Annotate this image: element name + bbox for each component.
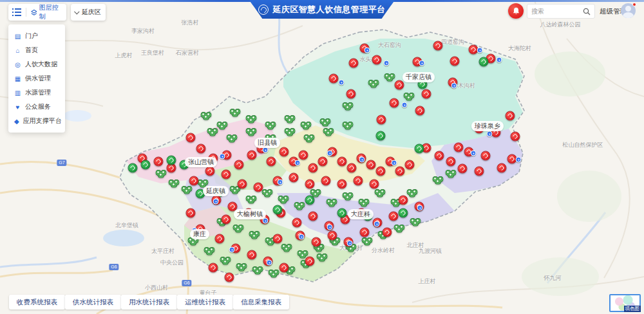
station-alert-marker[interactable] (497, 163, 507, 173)
station-alert-marker[interactable] (346, 89, 356, 99)
search-icon[interactable] (583, 8, 591, 15)
station-alert-marker[interactable] (234, 160, 244, 170)
station-normal-marker[interactable] (128, 163, 138, 173)
station-alert-marker[interactable] (328, 231, 337, 241)
device-marker[interactable] (299, 234, 305, 240)
station-alert-marker[interactable] (318, 157, 328, 167)
station-alert-marker[interactable] (458, 164, 468, 174)
station-alert-marker[interactable] (189, 176, 199, 186)
village-group-marker[interactable] (433, 176, 444, 185)
device-marker[interactable] (347, 241, 353, 246)
station-normal-marker[interactable] (167, 156, 176, 165)
station-normal-marker[interactable] (376, 131, 386, 141)
device-marker[interactable] (402, 102, 408, 108)
station-alert-marker[interactable] (446, 157, 456, 167)
village-group-marker[interactable] (230, 109, 241, 117)
device-marker[interactable] (392, 160, 397, 166)
report-button-5[interactable]: 信息采集报表 (233, 295, 289, 309)
device-marker[interactable] (327, 225, 333, 230)
station-alert-marker[interactable] (238, 180, 247, 189)
station-alert-marker[interactable] (292, 218, 302, 228)
device-marker[interactable] (419, 60, 425, 66)
station-alert-marker[interactable] (337, 157, 347, 167)
village-group-marker[interactable] (343, 102, 354, 111)
village-group-marker[interactable] (220, 257, 231, 265)
station-alert-marker[interactable] (347, 163, 357, 173)
station-alert-marker[interactable] (370, 180, 379, 189)
station-alert-marker[interactable] (366, 160, 376, 170)
station-alert-marker[interactable] (376, 167, 386, 176)
station-alert-marker[interactable] (154, 157, 164, 167)
menu-item-portal[interactable]: ▤门户 (8, 29, 65, 43)
station-alert-marker[interactable] (305, 180, 315, 189)
station-alert-marker[interactable] (372, 55, 382, 65)
station-alert-marker[interactable] (395, 167, 405, 176)
station-alert-marker[interactable] (435, 151, 444, 161)
village-group-marker[interactable] (343, 122, 354, 130)
search-input[interactable] (527, 8, 583, 15)
station-alert-marker[interactable] (450, 57, 460, 66)
report-button-4[interactable]: 运维统计报表 (177, 295, 233, 309)
village-group-marker[interactable] (246, 196, 257, 204)
station-alert-marker[interactable] (321, 176, 331, 186)
station-alert-marker[interactable] (299, 151, 308, 160)
device-marker[interactable] (267, 260, 272, 266)
device-marker[interactable] (327, 151, 333, 156)
menu-item-home[interactable]: ⌂首页 (8, 43, 65, 57)
station-alert-marker[interactable] (196, 144, 206, 154)
station-alert-marker[interactable] (475, 167, 484, 176)
village-group-marker[interactable] (368, 80, 379, 88)
station-alert-marker[interactable] (354, 176, 363, 186)
device-marker[interactable] (365, 48, 370, 53)
village-group-marker[interactable] (410, 218, 421, 226)
village-group-marker[interactable] (404, 93, 415, 101)
station-alert-marker[interactable] (222, 215, 231, 225)
village-group-marker[interactable] (384, 73, 395, 82)
village-group-marker[interactable] (252, 266, 263, 275)
station-alert-marker[interactable] (254, 183, 263, 192)
village-group-marker[interactable] (317, 254, 328, 262)
village-group-marker[interactable] (265, 122, 276, 130)
minimap-toggle[interactable]: 填色图 (609, 294, 641, 312)
village-group-marker[interactable] (233, 225, 244, 233)
station-alert-marker[interactable] (312, 237, 321, 247)
station-alert-marker[interactable] (215, 234, 225, 244)
station-alert-marker[interactable] (329, 74, 339, 84)
station-alert-marker[interactable] (205, 167, 215, 176)
station-alert-marker[interactable] (399, 196, 408, 205)
village-group-marker[interactable] (204, 247, 215, 255)
station-alert-marker[interactable] (389, 212, 399, 221)
alarm-button[interactable] (508, 3, 524, 19)
report-button-2[interactable]: 供水统计报表 (65, 295, 121, 309)
station-normal-marker[interactable] (415, 144, 424, 154)
village-group-marker[interactable] (343, 192, 354, 201)
station-normal-marker[interactable] (141, 160, 151, 170)
village-group-marker[interactable] (201, 112, 212, 120)
station-alert-marker[interactable] (289, 173, 299, 183)
station-alert-marker[interactable] (349, 59, 359, 68)
village-group-marker[interactable] (320, 118, 331, 127)
device-marker[interactable] (497, 57, 502, 63)
station-alert-marker[interactable] (279, 263, 289, 273)
station-alert-marker[interactable] (433, 41, 443, 51)
station-alert-marker[interactable] (305, 257, 315, 266)
station-normal-marker[interactable] (399, 208, 408, 218)
device-marker[interactable] (359, 157, 365, 163)
village-group-marker[interactable] (323, 128, 334, 136)
village-group-marker[interactable] (246, 128, 257, 136)
menu-item-public[interactable]: ♥公众服务 (8, 100, 65, 114)
device-marker[interactable] (451, 83, 457, 89)
station-alert-marker[interactable] (415, 106, 425, 116)
menu-collapse-button[interactable] (8, 4, 26, 21)
station-alert-marker[interactable] (225, 273, 234, 282)
village-group-marker[interactable] (169, 180, 180, 188)
station-alert-marker[interactable] (247, 250, 257, 260)
station-alert-marker[interactable] (267, 157, 276, 167)
device-marker[interactable] (471, 151, 477, 156)
village-group-marker[interactable] (278, 196, 289, 204)
village-group-marker[interactable] (359, 199, 370, 207)
station-alert-marker[interactable] (405, 160, 415, 170)
station-normal-marker[interactable] (479, 57, 489, 67)
report-button-1[interactable]: 收费系统报表 (9, 295, 65, 309)
station-alert-marker[interactable] (383, 228, 392, 237)
